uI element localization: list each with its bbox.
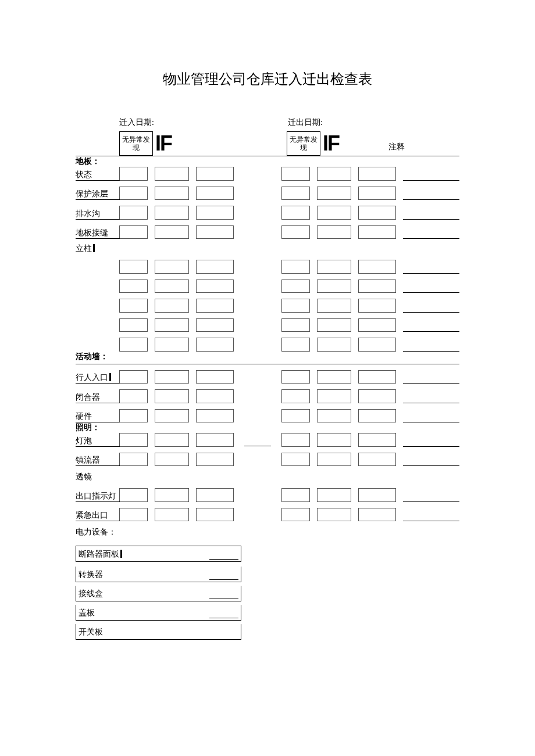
lighting-title: 照明： [76,422,459,433]
row-label: 接线盒 [76,586,241,601]
movable-wall-title: 活动墙： [76,352,459,364]
electrical-section: 断路器面板 转换器 接线盒 盖板 开关板 [76,546,241,640]
document-page: 物业管理公司仓库迁入迁出检查表 迁入日期: 迁出日期: 无异常发现 IF 无异常… [0,0,535,756]
if-box-in: IF [153,131,194,156]
table-row: 灯泡 [76,433,459,447]
table-row: 闭合器 [76,390,459,403]
row-label: 出口指示灯 [76,489,120,502]
table-row [76,280,459,293]
table-row: 开关板 [76,624,241,640]
table-row: 行人入口 [76,370,459,384]
floor-section: 地板： 状态 保护涂层 排水沟 地板接缝 [76,156,459,239]
table-row: 转换器 [76,567,241,582]
table-row: 接线盒 [76,586,241,601]
pillar-title: 立柱 [76,243,459,254]
date-labels-row: 迁入日期: 迁出日期: [76,117,459,128]
row-label: 地板接缝 [76,225,120,239]
table-row: 透镜 [76,472,459,482]
no-abnormal-box-in: 无异常发现 [119,131,153,156]
if-box-out: IF [320,131,361,156]
table-row [76,318,459,332]
table-row: 地板接缝 [76,225,459,239]
row-label: 状态 [76,167,120,181]
table-row: 排水沟 [76,206,459,220]
floor-title: 地板： [76,156,459,167]
table-row: 紧急出口 [76,508,459,521]
row-label: 盖板 [76,605,241,621]
row-label: 硬件 [76,409,120,422]
header-boxes-row: 无异常发现 IF 无异常发现 IF 注释 [76,131,459,156]
notes-header: 注释 [361,142,432,156]
row-label: 行人入口 [76,370,120,384]
page-title: 物业管理公司仓库迁入迁出检查表 [76,70,459,88]
row-label: 排水沟 [76,206,120,220]
row-label: 透镜 [76,472,120,482]
row-label: 闭合器 [76,390,120,403]
table-row: 盖板 [76,605,241,621]
row-label: 转换器 [76,567,241,582]
move-out-date-label: 迁出日期: [288,117,323,128]
row-label: 镇流器 [76,453,120,466]
row-label: 紧急出口 [76,508,120,521]
move-in-date-label: 迁入日期: [119,117,288,128]
table-row [76,338,459,352]
table-row: 状态 [76,167,459,181]
table-row [76,299,459,313]
table-row [76,260,459,274]
table-row: 出口指示灯 [76,489,459,502]
row-label: 灯泡 [76,433,120,447]
row-label: 保护涂层 [76,187,120,200]
row-label: 断路器面板 [76,546,241,562]
table-row: 硬件 [76,409,459,422]
row-label: 开关板 [76,624,241,640]
electrical-title: 电力设备： [76,527,459,538]
movable-wall-section: 活动墙： 行人入口 闭合器 硬件 [76,352,459,423]
table-row: 镇流器 [76,453,459,466]
table-row: 断路器面板 [76,546,241,562]
pillar-section [76,254,459,352]
table-row: 保护涂层 [76,187,459,200]
no-abnormal-box-out: 无异常发现 [287,131,320,156]
lighting-section: 照明： 灯泡 镇流器 透镜 出口指示灯 [76,422,459,521]
